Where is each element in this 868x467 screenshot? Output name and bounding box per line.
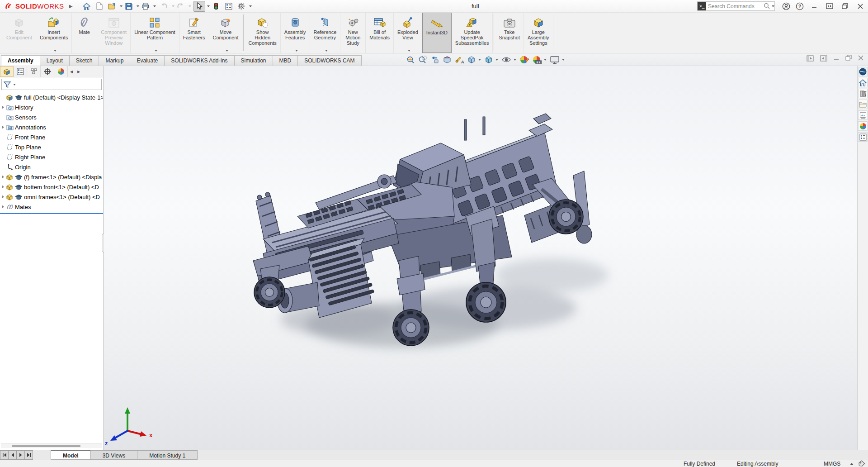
tab-assembly[interactable]: Assembly: [1, 55, 40, 66]
tab-markup[interactable]: Markup: [99, 55, 130, 66]
save-dropdown-arrow[interactable]: [137, 5, 139, 7]
expand-window-button[interactable]: [822, 0, 837, 12]
dropdown-arrow[interactable]: [408, 50, 410, 52]
select-tool-button[interactable]: [193, 1, 205, 12]
linear-component-pattern-button[interactable]: Linear Component Pattern: [131, 13, 179, 53]
doc-close-icon[interactable]: [858, 55, 863, 62]
tree-item-annotations[interactable]: A Annotations: [0, 122, 103, 132]
close-button[interactable]: [853, 0, 868, 12]
search-commands-box[interactable]: >_: [697, 1, 775, 11]
expander-arrow[interactable]: [0, 105, 6, 109]
filter-dropdown-arrow[interactable]: [13, 84, 16, 86]
options-list-button[interactable]: [223, 1, 235, 12]
mate-button[interactable]: Mate: [72, 13, 97, 53]
assembly-features-button[interactable]: Assembly Features: [281, 13, 310, 53]
expander-arrow[interactable]: [0, 205, 6, 209]
expander-arrow[interactable]: [0, 185, 6, 189]
restore-button[interactable]: [837, 0, 853, 12]
search-icon[interactable]: [764, 3, 770, 10]
home-pane-button[interactable]: [858, 78, 868, 87]
redo-button[interactable]: [175, 1, 187, 12]
design-library-button[interactable]: [858, 89, 868, 98]
print-button[interactable]: [140, 1, 151, 12]
dropdown-arrow[interactable]: [295, 50, 298, 52]
open-dropdown-arrow[interactable]: [120, 5, 123, 7]
file-explorer-button[interactable]: [858, 100, 868, 109]
search-dropdown-arrow[interactable]: [772, 5, 774, 7]
tab-scroll-last-button[interactable]: [24, 450, 33, 460]
cad-model-canvas[interactable]: x z: [104, 66, 857, 450]
view-settings-icon[interactable]: [550, 55, 565, 64]
new-motion-study-button[interactable]: New Motion Study: [340, 13, 366, 53]
view-orientation-icon[interactable]: [467, 55, 481, 64]
tab-model[interactable]: Model: [51, 450, 91, 460]
tree-item-history[interactable]: History: [0, 102, 103, 112]
annotation-views-icon[interactable]: A: [455, 55, 464, 64]
new-document-button[interactable]: [94, 1, 105, 12]
tree-item-omni-frames[interactable]: omni frames<1> (Default) <D: [0, 192, 103, 202]
help-button[interactable]: ?: [793, 1, 807, 12]
insert-components-button[interactable]: Insert Components: [36, 13, 72, 53]
view-orientation-dropdown[interactable]: [478, 59, 481, 61]
tab-sketch[interactable]: Sketch: [69, 55, 99, 66]
solidworks-resources-button[interactable]: [858, 67, 868, 76]
bill-of-materials-button[interactable]: Bill of Materials: [366, 13, 394, 53]
propertymanager-tab[interactable]: [14, 66, 27, 77]
rollback-bar[interactable]: [0, 213, 103, 214]
exploded-view-button[interactable]: Exploded View: [394, 13, 422, 53]
zoom-to-area-icon[interactable]: [418, 55, 427, 64]
doc-minimize-icon[interactable]: [834, 55, 839, 62]
menu-expand-arrow[interactable]: ▶: [68, 3, 74, 10]
smart-fasteners-button[interactable]: Smart Fasteners: [179, 13, 209, 53]
settings-dropdown-arrow[interactable]: [249, 5, 252, 7]
account-button[interactable]: [779, 1, 793, 12]
fm-tabs-scroll-right[interactable]: ▶: [75, 66, 82, 77]
tree-item-sensors[interactable]: Sensors: [0, 112, 103, 122]
previous-view-icon[interactable]: [430, 55, 439, 64]
expander-arrow[interactable]: [0, 195, 6, 199]
open-button[interactable]: [106, 1, 118, 12]
units-dropdown-arrow[interactable]: [850, 463, 854, 465]
take-snapshot-button[interactable]: Take Snapshot: [495, 13, 524, 53]
display-style-icon[interactable]: [484, 55, 498, 64]
tab-evaluate[interactable]: Evaluate: [130, 55, 165, 66]
graphics-viewport[interactable]: x z: [104, 66, 857, 450]
collapse-left-icon[interactable]: [807, 55, 814, 62]
large-assembly-settings-button[interactable]: Large Assembly Settings: [524, 13, 553, 53]
tag-icon[interactable]: [859, 460, 865, 467]
tree-item-origin[interactable]: Origin: [0, 162, 103, 172]
view-palette-button[interactable]: [858, 110, 868, 120]
minimize-button[interactable]: [807, 0, 822, 12]
tree-item-bottem-front[interactable]: bottem front<1> (Default) <D: [0, 182, 103, 192]
tab-3d-views[interactable]: 3D Views: [90, 450, 137, 460]
expander-arrow[interactable]: [0, 125, 6, 129]
view-settings-dropdown[interactable]: [562, 59, 565, 61]
show-hidden-components-button[interactable]: Show Hidden Components: [245, 13, 280, 53]
home-button[interactable]: [81, 1, 93, 12]
featuremanager-tab[interactable]: [0, 66, 14, 77]
apply-scene-dropdown[interactable]: [544, 59, 547, 61]
dropdown-arrow[interactable]: [155, 50, 157, 52]
tree-item-front-plane[interactable]: Front Plane: [0, 132, 103, 142]
section-view-icon[interactable]: [443, 55, 452, 64]
edit-appearance-icon[interactable]: [519, 55, 529, 64]
collapse-right-icon[interactable]: [820, 55, 827, 62]
tab-scroll-next-button[interactable]: [16, 450, 25, 460]
tab-solidworks-add-ins[interactable]: SOLIDWORKS Add-Ins: [164, 55, 234, 66]
hide-show-dropdown[interactable]: [514, 59, 516, 61]
tree-item-assembly-root[interactable]: full (Default) <Display State-1>: [0, 92, 103, 102]
select-dropdown-arrow[interactable]: [207, 5, 210, 7]
scrollbar-thumb[interactable]: [12, 445, 80, 447]
status-units[interactable]: MMGS: [824, 461, 840, 467]
tab-simulation[interactable]: Simulation: [234, 55, 273, 66]
dropdown-arrow[interactable]: [226, 50, 228, 52]
tab-mbd[interactable]: MBD: [273, 55, 298, 66]
dimxpertmanager-tab[interactable]: [41, 66, 54, 77]
zoom-to-fit-icon[interactable]: [406, 55, 415, 64]
reference-geometry-button[interactable]: Reference Geometry: [310, 13, 341, 53]
update-speedpak-button[interactable]: ! Update SpeedPak Subassemblies: [452, 13, 493, 53]
tree-item-mates[interactable]: Mates: [0, 202, 103, 212]
tree-item-frame[interactable]: (f) frame<1> (Default) <Displa: [0, 172, 103, 182]
doc-restore-icon[interactable]: [845, 55, 852, 62]
instant3d-button[interactable]: Instant3D: [422, 13, 452, 53]
